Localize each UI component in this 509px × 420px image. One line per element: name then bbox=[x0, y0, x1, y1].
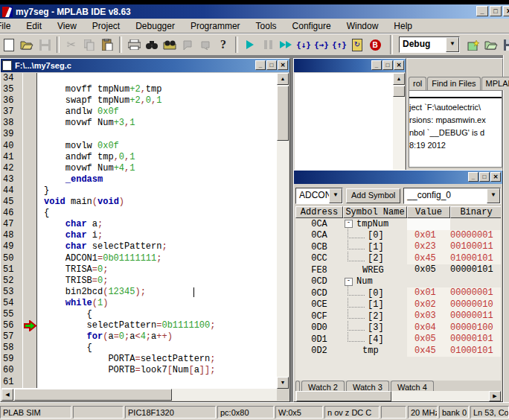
code-text[interactable]: movwf Num+3,1 bbox=[37, 118, 277, 129]
menu-tools[interactable]: Tools bbox=[255, 19, 278, 33]
scrollbar-thumb[interactable] bbox=[277, 86, 289, 141]
code-text[interactable]: { bbox=[37, 343, 277, 354]
menu-help[interactable]: Help bbox=[393, 19, 413, 33]
code-text[interactable]: movwf Num+4,1 bbox=[37, 163, 277, 174]
scroll-up-icon[interactable]: ▲ bbox=[393, 73, 405, 85]
code-text[interactable]: void main(void) bbox=[37, 197, 277, 208]
editor-hscrollbar[interactable]: ◀ bbox=[1, 389, 277, 401]
code-text[interactable]: andwf tmp,0,1 bbox=[37, 152, 277, 163]
menu-file[interactable]: File bbox=[0, 19, 11, 33]
breakpoint-gutter[interactable] bbox=[22, 163, 37, 174]
watch-row[interactable]: 0CA[0]0x0100000001 bbox=[295, 230, 501, 242]
add-symbol-button[interactable]: Add Symbol bbox=[346, 188, 400, 203]
close-button[interactable]: ✕ bbox=[503, 6, 509, 16]
main-title-bar[interactable]: my7seg - MPLAB IDE v8.63 _ □ ✕ bbox=[0, 4, 509, 19]
tree-collapse-icon[interactable]: - bbox=[345, 220, 353, 228]
watch-window[interactable]: _ □ ✕ ADCON0 ▼ Add Symbol __config_0 ▼ A… bbox=[293, 170, 503, 402]
maximize-button[interactable]: □ bbox=[266, 60, 277, 70]
code-text[interactable]: _endasm bbox=[37, 174, 277, 185]
watch-value[interactable]: 0x45 bbox=[407, 253, 450, 265]
breakpoint-gutter[interactable] bbox=[22, 174, 37, 185]
scroll-up-icon[interactable]: ▲ bbox=[277, 73, 289, 85]
watch-value[interactable]: 0x02 bbox=[407, 299, 450, 311]
menu-view[interactable]: View bbox=[57, 19, 77, 33]
bookmark-next-icon[interactable] bbox=[196, 36, 214, 54]
menu-window[interactable]: Window bbox=[346, 19, 380, 33]
scrollbar-vertical[interactable]: ▲ bbox=[393, 73, 405, 170]
breakpoint-gutter[interactable] bbox=[22, 84, 37, 95]
code-text[interactable]: { bbox=[37, 309, 277, 320]
watch-value[interactable]: 0x05 bbox=[407, 334, 450, 346]
breakpoint-gutter[interactable] bbox=[22, 185, 37, 197]
output-tab[interactable]: rol bbox=[409, 77, 426, 90]
close-button[interactable]: ✕ bbox=[490, 172, 501, 182]
minimize-button[interactable]: _ bbox=[255, 60, 266, 70]
breakpoint-gutter[interactable] bbox=[22, 241, 37, 252]
code-text[interactable] bbox=[37, 129, 277, 140]
watch-row[interactable]: 0CC[2]0x4501000101 bbox=[295, 253, 501, 265]
code-text[interactable]: movlw 0x0f bbox=[37, 141, 277, 152]
breakpoint-gutter[interactable] bbox=[22, 197, 37, 208]
new-project-icon[interactable] bbox=[464, 36, 482, 54]
code-text[interactable]: selectPattern=0b1111100; bbox=[37, 320, 277, 331]
tree-collapse-icon[interactable]: - bbox=[345, 278, 353, 286]
watch-value[interactable] bbox=[407, 276, 450, 288]
minimize-button[interactable]: _ bbox=[476, 6, 488, 16]
reset-icon[interactable]: ↻ bbox=[348, 36, 366, 54]
paste-icon[interactable] bbox=[98, 36, 116, 54]
code-text[interactable]: { bbox=[37, 208, 277, 219]
watch-row[interactable]: 0D2tmp0x4501000101 bbox=[295, 346, 501, 357]
code-text[interactable]: while(1) bbox=[37, 298, 277, 309]
code-text[interactable]: char selectPattern; bbox=[37, 241, 277, 252]
code-text[interactable]: andlw 0x0f bbox=[37, 106, 277, 118]
menu-debugger[interactable]: Debugger bbox=[135, 19, 176, 33]
editor-body[interactable]: 3435 movff tmpNum+2,tmp36 swapf tmpNum+2… bbox=[1, 73, 289, 401]
minimize-button[interactable]: _ bbox=[371, 60, 382, 70]
watch-title-bar[interactable]: _ □ ✕ bbox=[294, 171, 502, 184]
open-file-icon[interactable] bbox=[18, 36, 36, 54]
code-text[interactable]: TRISB=0; bbox=[37, 276, 277, 287]
breakpoint-gutter[interactable] bbox=[22, 219, 37, 230]
sfr-select[interactable]: ADCON0 ▼ bbox=[295, 188, 343, 204]
find-icon[interactable] bbox=[143, 36, 161, 54]
breakpoint-gutter[interactable] bbox=[22, 95, 37, 106]
scrollbar-thumb[interactable] bbox=[296, 391, 391, 401]
step-over-icon[interactable]: {→} bbox=[313, 36, 330, 54]
watch-value[interactable] bbox=[407, 218, 450, 230]
output-window[interactable]: rolFind in FilesMPLAB ject `F:\autoelect… bbox=[406, 58, 503, 171]
print-icon[interactable] bbox=[125, 36, 143, 54]
column-header-address[interactable]: Address bbox=[295, 206, 343, 218]
breakpoint-gutter[interactable] bbox=[22, 152, 37, 163]
breakpoint-gutter[interactable] bbox=[22, 129, 37, 140]
breakpoint-gutter[interactable] bbox=[22, 377, 37, 388]
breakpoint-icon[interactable]: B bbox=[366, 36, 384, 54]
watch-row[interactable]: FE8WREG0x0500000101 bbox=[295, 264, 501, 276]
scroll-left-icon[interactable]: ◀ bbox=[1, 389, 13, 401]
watch-row[interactable]: 0CA-tmpNum bbox=[295, 218, 501, 230]
editor-window[interactable]: F:\...\my7seg.c _ □ ✕ 3435 movff tmpNum+… bbox=[0, 58, 290, 402]
file-window-title-bar[interactable]: _ □ ✕ bbox=[294, 59, 406, 72]
menu-project[interactable]: Project bbox=[92, 19, 121, 33]
debug-mode-select[interactable]: Debug ▼ bbox=[399, 36, 460, 53]
code-text[interactable] bbox=[37, 377, 277, 388]
step-into-icon[interactable]: {↓} bbox=[295, 36, 313, 54]
halt-icon[interactable] bbox=[259, 36, 277, 54]
file-window[interactable]: _ □ ✕ ▲ bbox=[293, 58, 406, 171]
symbol-select[interactable]: __config_0 ▼ bbox=[403, 188, 501, 204]
code-text[interactable]: swapf tmpNum+2,0,1 bbox=[37, 95, 277, 106]
breakpoint-gutter[interactable] bbox=[22, 73, 37, 84]
chevron-down-icon[interactable]: ▼ bbox=[446, 37, 459, 52]
breakpoint-gutter[interactable] bbox=[22, 230, 37, 241]
watch-value[interactable]: 0x04 bbox=[407, 322, 450, 334]
breakpoint-gutter[interactable] bbox=[22, 276, 37, 287]
new-file-icon[interactable] bbox=[0, 36, 18, 54]
copy-icon[interactable] bbox=[80, 36, 98, 54]
breakpoint-gutter[interactable] bbox=[22, 343, 37, 354]
watch-row[interactable]: 0CD[0]0x0100000001 bbox=[295, 287, 501, 299]
chevron-down-icon[interactable]: ▼ bbox=[329, 188, 342, 203]
open-project-icon[interactable] bbox=[482, 36, 500, 54]
code-text[interactable]: for(a=0;a<4;a++) bbox=[37, 331, 277, 343]
code-text[interactable]: movff tmpNum+2,tmp bbox=[37, 84, 277, 95]
watch-value[interactable]: 0x01 bbox=[407, 230, 450, 242]
minimize-button[interactable]: _ bbox=[468, 172, 478, 182]
